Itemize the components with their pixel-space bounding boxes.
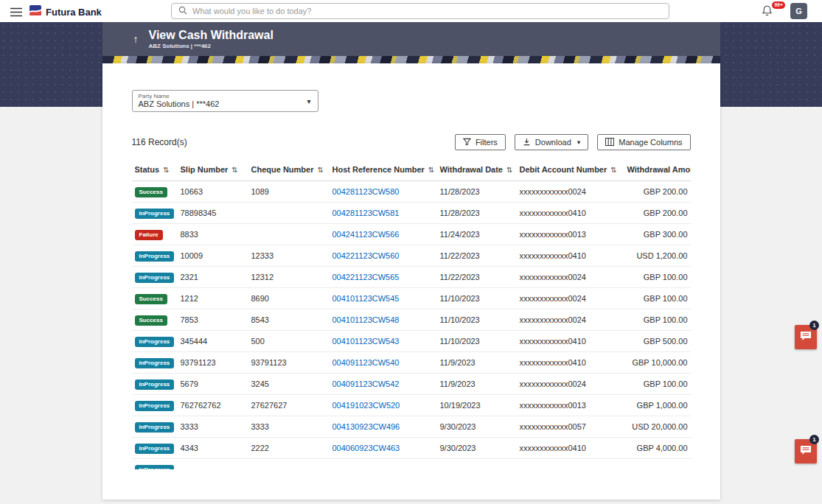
host-reference-link[interactable]: 004221123CW565 — [332, 273, 400, 281]
table-row: InProgress 762762762 27627627 004191023C… — [132, 395, 691, 416]
table-header-row: Status⇅Slip Number⇅Cheque Number⇅Host Re… — [132, 159, 691, 181]
cell-cheque-number: 3245 — [248, 374, 330, 395]
cell-slip-number: 4343 — [178, 438, 248, 459]
cell-withdrawal-amount: GBP 100.00 — [624, 267, 691, 288]
cell-cheque-number: 1089 — [248, 181, 330, 203]
status-badge: Success — [135, 294, 167, 304]
cell-cheque-number: 3333 — [248, 416, 330, 438]
cell-debit-account-number: xxxxxxxxxxxx0057 — [517, 416, 624, 438]
table-row: Success 10663 1089 004281123CW580 11/28/… — [132, 181, 691, 203]
cell-slip-number: 345444 — [178, 331, 248, 352]
cell-slip-number: 3333 — [178, 416, 248, 438]
column-header-debit-account-number[interactable]: Debit Account Number⇅ — [517, 159, 624, 181]
host-reference-link[interactable]: 004191023CW520 — [332, 401, 400, 410]
status-badge: InProgress — [135, 273, 175, 283]
column-header-withdrawal-date[interactable]: Withdrawal Date⇅ — [437, 159, 517, 181]
host-reference-link[interactable]: 004091123CW540 — [332, 358, 400, 367]
cell-withdrawal-amount: USD 1,200.00 — [624, 245, 691, 267]
brand-logo[interactable]: Futura Bank — [29, 5, 102, 18]
status-badge: InProgress — [135, 209, 175, 219]
chat-unread-badge: 1 — [809, 321, 819, 330]
sort-icon: ⇅ — [428, 166, 434, 174]
cell-slip-number: 8833 — [178, 224, 248, 245]
cell-slip-number: 93791123 — [178, 352, 248, 374]
cell-withdrawal-date: 11/22/2023 — [437, 245, 517, 267]
cell-debit-account-number: xxxxxxxxxxxx0024 — [517, 267, 624, 288]
cell-withdrawal-amount: GBP 100.00 — [624, 374, 691, 395]
cell-withdrawal-amount — [624, 459, 691, 470]
cell-debit-account-number: xxxxxxxxxxxx0410 — [517, 331, 624, 352]
cell-slip-number: 10663 — [178, 181, 248, 203]
cell-withdrawal-amount: GBP 300.00 — [624, 224, 691, 245]
chat-widget-button[interactable]: 1 — [795, 439, 817, 463]
column-header-withdrawal-amount[interactable]: Withdrawal Amount — [624, 159, 691, 181]
table-row: InProgress 2321 12312 004221123CW565 11/… — [132, 267, 691, 288]
table-row: InProgress 4343 2222 004060923CW463 9/30… — [132, 438, 691, 459]
table-row: InProgress — [132, 459, 691, 470]
column-header-cheque-number[interactable]: Cheque Number⇅ — [248, 159, 330, 181]
table-row: Success 7853 8543 004101123CW548 11/10/2… — [132, 309, 691, 331]
cell-cheque-number: 12312 — [248, 267, 330, 288]
table-row: InProgress 93791123 93791123 004091123CW… — [132, 352, 691, 374]
sort-icon: ⇅ — [317, 166, 323, 174]
bank-flag-icon — [29, 5, 41, 18]
column-header-slip-number[interactable]: Slip Number⇅ — [178, 159, 248, 181]
host-reference-link[interactable]: 004101123CW548 — [332, 315, 400, 324]
table-toolbar: 116 Record(s) Filters Download ▾ Manage … — [132, 134, 691, 150]
sort-icon: ⇅ — [506, 166, 512, 174]
host-reference-link[interactable]: 004101123CW543 — [332, 337, 400, 346]
record-count: 116 Record(s) — [132, 137, 187, 147]
host-reference-link[interactable]: 004060923CW463 — [332, 444, 400, 452]
cell-debit-account-number: xxxxxxxxxxxx0013 — [517, 224, 624, 245]
party-name-select[interactable]: Party Name ABZ Solutions | ***462 ▾ — [132, 90, 318, 112]
decorative-mosaic-strip — [102, 56, 720, 63]
withdrawals-table-container: Status⇅Slip Number⇅Cheque Number⇅Host Re… — [132, 159, 691, 469]
cell-withdrawal-amount: GBP 500.00 — [624, 331, 691, 352]
page-header: ↑ View Cash Withdrawal ABZ Solutions | *… — [102, 22, 720, 56]
search-input[interactable] — [192, 7, 662, 15]
table-row: InProgress 345444 500 004101123CW543 11/… — [132, 331, 691, 352]
cell-withdrawal-date: 11/10/2023 — [437, 309, 517, 331]
manage-columns-button[interactable]: Manage Columns — [597, 134, 690, 150]
cell-slip-number: 2321 — [178, 267, 248, 288]
back-arrow-icon[interactable]: ↑ — [133, 33, 139, 45]
cell-cheque-number: 8690 — [248, 288, 330, 309]
hamburger-menu-icon[interactable] — [10, 7, 22, 20]
host-reference-link[interactable]: 004130923CW496 — [332, 422, 400, 431]
column-header-status[interactable]: Status⇅ — [132, 159, 178, 181]
chat-unread-badge: 1 — [809, 435, 819, 444]
cell-debit-account-number: xxxxxxxxxxxx0410 — [517, 438, 624, 459]
user-avatar[interactable]: G — [790, 3, 807, 19]
page-title: View Cash Withdrawal — [149, 29, 274, 41]
cell-debit-account-number: xxxxxxxxxxxx0410 — [517, 245, 624, 267]
host-reference-link[interactable]: 004281123CW581 — [332, 209, 400, 217]
filters-button[interactable]: Filters — [455, 134, 506, 150]
column-header-host-reference-number[interactable]: Host Reference Number⇅ — [330, 159, 437, 181]
chat-widget-button[interactable]: 1 — [795, 325, 817, 349]
table-row: InProgress 3333 3333 004130923CW496 9/30… — [132, 416, 691, 438]
cell-cheque-number — [248, 203, 330, 224]
cell-cheque-number — [248, 224, 330, 245]
notifications-button[interactable]: 99+ — [762, 4, 778, 19]
cell-cheque-number — [248, 459, 330, 470]
table-row: InProgress 78898345 004281123CW581 11/28… — [132, 203, 691, 224]
status-badge: Failure — [135, 230, 163, 240]
host-reference-link[interactable]: 004241123CW566 — [332, 230, 400, 239]
host-reference-link[interactable]: 004221123CW560 — [332, 251, 400, 260]
table-row: Failure 8833 004241123CW566 11/24/2023 x… — [132, 224, 691, 245]
table-row: Success 1212 8690 004101123CW545 11/10/2… — [132, 288, 691, 309]
status-badge: InProgress — [135, 422, 175, 433]
bell-icon — [762, 7, 773, 19]
cell-slip-number: 762762762 — [178, 395, 248, 416]
sort-icon: ⇅ — [163, 166, 169, 174]
host-reference-link[interactable]: 004281123CW580 — [332, 187, 400, 196]
table-body: Success 10663 1089 004281123CW580 11/28/… — [132, 181, 691, 470]
chevron-down-icon: ▾ — [577, 139, 581, 146]
status-badge: Success — [135, 187, 167, 197]
cell-cheque-number: 27627627 — [248, 395, 330, 416]
cell-withdrawal-date: 9/30/2023 — [437, 438, 517, 459]
download-button[interactable]: Download ▾ — [515, 134, 588, 150]
download-icon — [523, 138, 531, 147]
host-reference-link[interactable]: 004091123CW542 — [332, 379, 400, 388]
host-reference-link[interactable]: 004101123CW545 — [332, 294, 400, 303]
